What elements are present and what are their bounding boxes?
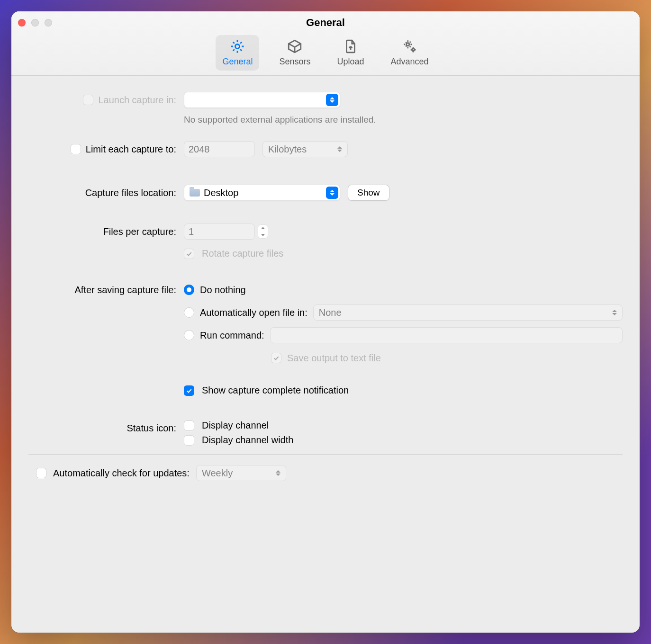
update-interval-value: Weekly <box>202 468 233 479</box>
after-run-label: Run command: <box>200 330 264 341</box>
tab-label: General <box>222 57 253 67</box>
after-open-app-value: None <box>319 307 342 318</box>
show-notification-checkbox[interactable] <box>184 385 194 396</box>
launch-capture-label: Launch capture in: <box>98 95 176 106</box>
cube-icon <box>286 38 303 55</box>
updown-icon <box>272 467 284 479</box>
capture-location-value: Desktop <box>204 188 238 198</box>
tab-label: Advanced <box>391 57 429 67</box>
gears-icon <box>401 38 418 55</box>
folder-icon <box>190 189 200 197</box>
updown-icon <box>608 306 621 319</box>
svg-point-0 <box>235 44 240 48</box>
close-window-button[interactable] <box>18 19 26 27</box>
show-notification-label: Show capture complete notification <box>202 385 349 396</box>
preferences-window: General General Sensors <box>11 11 640 633</box>
tab-label: Sensors <box>279 57 310 67</box>
updown-icon <box>334 143 346 155</box>
after-do-nothing-radio[interactable] <box>184 285 194 295</box>
files-per-capture-value: 1 <box>189 226 194 237</box>
limit-capture-checkbox[interactable] <box>71 144 81 154</box>
window-controls <box>18 19 52 27</box>
after-open-radio[interactable] <box>184 307 194 318</box>
save-output-label: Save output to text file <box>287 353 381 364</box>
after-run-command-field[interactable] <box>270 327 623 343</box>
files-per-capture-stepper[interactable] <box>258 224 268 239</box>
display-channel-label: Display channel <box>202 420 269 431</box>
display-channel-width-checkbox[interactable] <box>184 435 194 446</box>
tab-sensors[interactable]: Sensors <box>272 35 317 71</box>
stepper-down-icon <box>258 232 268 239</box>
launch-capture-app-select[interactable] <box>184 92 340 108</box>
updown-icon <box>326 94 338 106</box>
tab-upload[interactable]: Upload <box>330 35 371 71</box>
save-output-checkbox[interactable] <box>271 353 281 363</box>
launch-capture-checkbox[interactable] <box>83 95 93 105</box>
limit-capture-size-field[interactable]: 2048 <box>184 141 255 157</box>
updown-icon <box>326 187 338 199</box>
svg-point-2 <box>412 49 414 51</box>
display-channel-checkbox[interactable] <box>184 420 194 431</box>
separator <box>28 454 623 455</box>
tab-label: Upload <box>337 57 364 67</box>
gear-icon <box>229 38 246 55</box>
zoom-window-button[interactable] <box>45 19 52 27</box>
capture-location-label: Capture files location: <box>85 188 176 198</box>
tab-advanced[interactable]: Advanced <box>384 35 435 71</box>
files-per-capture-label: Files per capture: <box>103 226 176 237</box>
minimize-window-button[interactable] <box>31 19 39 27</box>
auto-check-updates-checkbox[interactable] <box>36 468 46 478</box>
button-label: Show <box>357 188 380 198</box>
update-interval-select[interactable]: Weekly <box>196 465 286 481</box>
after-do-nothing-label: Do nothing <box>200 285 246 295</box>
launch-capture-hint: No supported external applications are i… <box>184 115 623 125</box>
preferences-toolbar: General Sensors Upload <box>18 34 633 71</box>
after-open-label: Automatically open file in: <box>200 307 307 318</box>
preferences-body: Launch capture in: No supported external… <box>11 76 640 633</box>
limit-capture-label: Limit each capture to: <box>86 144 176 155</box>
display-channel-width-label: Display channel width <box>202 435 293 446</box>
status-icon-label: Status icon: <box>127 423 176 434</box>
upload-icon <box>342 38 359 55</box>
after-run-radio[interactable] <box>184 330 194 340</box>
after-save-label: After saving capture file: <box>74 285 176 295</box>
capture-location-select[interactable]: Desktop <box>184 185 340 201</box>
files-per-capture-field[interactable]: 1 <box>184 224 255 240</box>
rotate-files-checkbox[interactable] <box>184 249 194 259</box>
rotate-files-label: Rotate capture files <box>202 248 283 259</box>
window-title: General <box>11 17 640 29</box>
limit-capture-size-value: 2048 <box>189 144 210 155</box>
svg-point-1 <box>406 43 409 46</box>
show-location-button[interactable]: Show <box>348 185 389 201</box>
limit-capture-unit-value: Kilobytes <box>268 144 307 155</box>
limit-capture-unit-select[interactable]: Kilobytes <box>262 141 348 157</box>
after-open-app-select[interactable]: None <box>313 304 623 321</box>
tab-general[interactable]: General <box>216 35 259 71</box>
stepper-up-icon <box>258 224 268 232</box>
auto-check-updates-label: Automatically check for updates: <box>53 468 190 479</box>
titlebar: General General Sensors <box>11 11 640 76</box>
